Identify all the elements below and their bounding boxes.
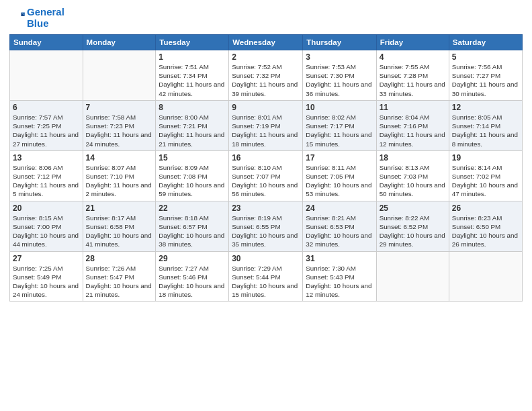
day-number: 2 [232, 52, 300, 62]
day-info: Sunrise: 8:22 AM Sunset: 6:52 PM Dayligh… [380, 214, 446, 249]
logo: GeneralBlue [9, 7, 64, 29]
weekday-header: Monday [83, 35, 156, 50]
calendar-cell: 11Sunrise: 8:04 AM Sunset: 7:16 PM Dayli… [376, 100, 449, 150]
day-info: Sunrise: 8:04 AM Sunset: 7:16 PM Dayligh… [380, 113, 446, 148]
day-info: Sunrise: 8:05 AM Sunset: 7:14 PM Dayligh… [452, 113, 519, 148]
calendar-week-row: 1Sunrise: 7:51 AM Sunset: 7:34 PM Daylig… [10, 50, 523, 101]
calendar-cell [10, 50, 83, 101]
calendar-cell: 29Sunrise: 7:27 AM Sunset: 5:46 PM Dayli… [156, 251, 229, 302]
calendar-cell: 17Sunrise: 8:11 AM Sunset: 7:05 PM Dayli… [303, 150, 376, 201]
day-number: 14 [86, 153, 153, 163]
day-number: 1 [159, 52, 226, 62]
calendar-cell [376, 251, 449, 302]
day-number: 7 [86, 103, 153, 112]
day-number: 21 [86, 203, 153, 213]
calendar-cell: 21Sunrise: 8:17 AM Sunset: 6:58 PM Dayli… [83, 201, 156, 251]
day-number: 25 [380, 203, 446, 213]
calendar-cell: 22Sunrise: 8:18 AM Sunset: 6:57 PM Dayli… [156, 201, 229, 251]
calendar-cell: 26Sunrise: 8:23 AM Sunset: 6:50 PM Dayli… [449, 201, 522, 251]
day-info: Sunrise: 7:52 AM Sunset: 7:32 PM Dayligh… [232, 62, 300, 98]
day-number: 20 [13, 203, 80, 213]
day-info: Sunrise: 8:07 AM Sunset: 7:10 PM Dayligh… [86, 163, 153, 199]
calendar-cell: 20Sunrise: 8:15 AM Sunset: 7:00 PM Dayli… [10, 201, 83, 251]
calendar-week-row: 6Sunrise: 7:57 AM Sunset: 7:25 PM Daylig… [10, 100, 523, 150]
weekday-header: Thursday [303, 35, 376, 50]
day-number: 26 [452, 203, 519, 213]
day-number: 24 [306, 203, 373, 213]
day-info: Sunrise: 8:21 AM Sunset: 6:53 PM Dayligh… [306, 214, 373, 249]
day-info: Sunrise: 7:30 AM Sunset: 5:43 PM Dayligh… [306, 264, 373, 300]
day-number: 13 [13, 153, 80, 163]
calendar-cell: 15Sunrise: 8:09 AM Sunset: 7:08 PM Dayli… [156, 150, 229, 201]
calendar-cell [83, 50, 156, 101]
day-number: 17 [306, 153, 373, 163]
calendar-cell: 8Sunrise: 8:00 AM Sunset: 7:21 PM Daylig… [156, 100, 229, 150]
day-number: 23 [232, 203, 300, 213]
day-info: Sunrise: 8:10 AM Sunset: 7:07 PM Dayligh… [232, 163, 300, 199]
logo-text: GeneralBlue [27, 7, 64, 29]
calendar-cell: 3Sunrise: 7:53 AM Sunset: 7:30 PM Daylig… [303, 50, 376, 101]
weekday-header: Saturday [449, 35, 522, 50]
day-info: Sunrise: 8:23 AM Sunset: 6:50 PM Dayligh… [452, 214, 519, 249]
calendar-cell: 1Sunrise: 7:51 AM Sunset: 7:34 PM Daylig… [156, 50, 229, 101]
day-number: 9 [232, 103, 300, 112]
calendar-cell: 27Sunrise: 7:25 AM Sunset: 5:49 PM Dayli… [10, 251, 83, 302]
day-number: 27 [13, 254, 80, 263]
day-number: 10 [306, 103, 373, 112]
day-info: Sunrise: 8:09 AM Sunset: 7:08 PM Dayligh… [159, 163, 226, 199]
day-info: Sunrise: 8:14 AM Sunset: 7:02 PM Dayligh… [452, 163, 519, 199]
calendar-cell: 25Sunrise: 8:22 AM Sunset: 6:52 PM Dayli… [376, 201, 449, 251]
day-number: 19 [452, 153, 519, 163]
calendar-cell: 30Sunrise: 7:29 AM Sunset: 5:44 PM Dayli… [229, 251, 303, 302]
calendar-cell: 2Sunrise: 7:52 AM Sunset: 7:32 PM Daylig… [229, 50, 303, 101]
day-info: Sunrise: 8:19 AM Sunset: 6:55 PM Dayligh… [232, 214, 300, 249]
day-info: Sunrise: 7:27 AM Sunset: 5:46 PM Dayligh… [159, 264, 226, 300]
calendar-cell: 23Sunrise: 8:19 AM Sunset: 6:55 PM Dayli… [229, 201, 303, 251]
day-number: 8 [159, 103, 226, 112]
calendar-cell: 4Sunrise: 7:55 AM Sunset: 7:28 PM Daylig… [376, 50, 449, 101]
day-number: 12 [452, 103, 519, 112]
day-info: Sunrise: 8:02 AM Sunset: 7:17 PM Dayligh… [306, 113, 373, 148]
calendar-week-row: 13Sunrise: 8:06 AM Sunset: 7:12 PM Dayli… [10, 150, 523, 201]
calendar-cell: 19Sunrise: 8:14 AM Sunset: 7:02 PM Dayli… [449, 150, 522, 201]
day-number: 31 [306, 254, 373, 263]
day-info: Sunrise: 8:15 AM Sunset: 7:00 PM Dayligh… [13, 214, 80, 249]
day-number: 11 [380, 103, 446, 112]
day-info: Sunrise: 7:57 AM Sunset: 7:25 PM Dayligh… [13, 113, 80, 148]
header: GeneralBlue [9, 7, 523, 29]
calendar-cell: 7Sunrise: 7:58 AM Sunset: 7:23 PM Daylig… [83, 100, 156, 150]
day-number: 18 [380, 153, 446, 163]
day-number: 6 [13, 103, 80, 112]
day-info: Sunrise: 8:18 AM Sunset: 6:57 PM Dayligh… [159, 214, 226, 249]
logo-icon [11, 9, 26, 24]
day-info: Sunrise: 7:58 AM Sunset: 7:23 PM Dayligh… [86, 113, 153, 148]
day-info: Sunrise: 8:13 AM Sunset: 7:03 PM Dayligh… [380, 163, 446, 199]
day-number: 3 [306, 52, 373, 62]
weekday-header-row: SundayMondayTuesdayWednesdayThursdayFrid… [10, 35, 523, 50]
day-info: Sunrise: 8:01 AM Sunset: 7:19 PM Dayligh… [232, 113, 300, 148]
calendar-cell: 13Sunrise: 8:06 AM Sunset: 7:12 PM Dayli… [10, 150, 83, 201]
day-info: Sunrise: 7:53 AM Sunset: 7:30 PM Dayligh… [306, 62, 373, 98]
calendar-cell: 6Sunrise: 7:57 AM Sunset: 7:25 PM Daylig… [10, 100, 83, 150]
day-info: Sunrise: 7:56 AM Sunset: 7:27 PM Dayligh… [452, 62, 519, 98]
day-info: Sunrise: 7:26 AM Sunset: 5:47 PM Dayligh… [86, 264, 153, 300]
calendar-cell: 9Sunrise: 8:01 AM Sunset: 7:19 PM Daylig… [229, 100, 303, 150]
day-number: 28 [86, 254, 153, 263]
day-info: Sunrise: 8:17 AM Sunset: 6:58 PM Dayligh… [86, 214, 153, 249]
calendar-cell: 5Sunrise: 7:56 AM Sunset: 7:27 PM Daylig… [449, 50, 522, 101]
calendar-cell: 31Sunrise: 7:30 AM Sunset: 5:43 PM Dayli… [303, 251, 376, 302]
calendar-cell [449, 251, 522, 302]
day-info: Sunrise: 7:51 AM Sunset: 7:34 PM Dayligh… [159, 62, 226, 98]
day-number: 29 [159, 254, 226, 263]
weekday-header: Wednesday [229, 35, 303, 50]
page-container: GeneralBlue SundayMondayTuesdayWednesday… [0, 0, 532, 308]
day-number: 5 [452, 52, 519, 62]
day-number: 16 [232, 153, 300, 163]
weekday-header: Sunday [10, 35, 83, 50]
calendar-cell: 28Sunrise: 7:26 AM Sunset: 5:47 PM Dayli… [83, 251, 156, 302]
day-info: Sunrise: 7:25 AM Sunset: 5:49 PM Dayligh… [13, 264, 80, 300]
day-info: Sunrise: 7:29 AM Sunset: 5:44 PM Dayligh… [232, 264, 300, 300]
day-info: Sunrise: 7:55 AM Sunset: 7:28 PM Dayligh… [380, 62, 446, 98]
day-number: 22 [159, 203, 226, 213]
weekday-header: Tuesday [156, 35, 229, 50]
